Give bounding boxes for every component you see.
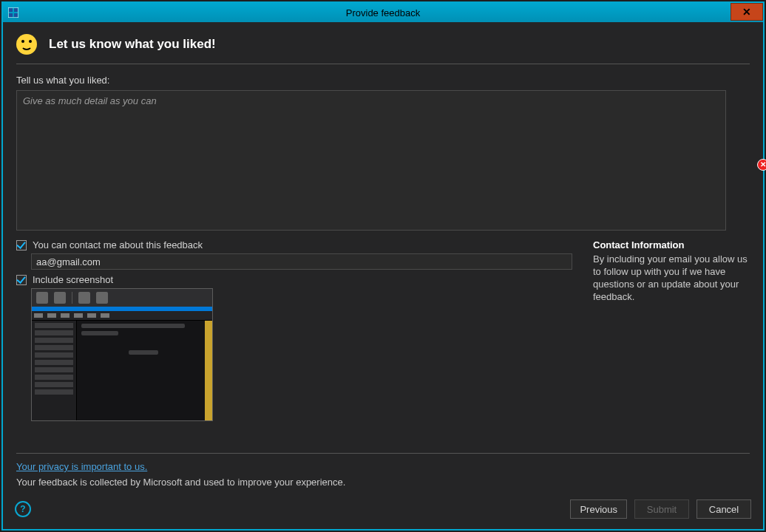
include-screenshot-label: Include screenshot	[33, 274, 113, 285]
previous-button[interactable]: Previous	[570, 499, 627, 519]
feedback-label: Tell us what you liked:	[16, 75, 750, 86]
feedback-textarea[interactable]	[16, 90, 726, 231]
dialog-header: Let us know what you liked!	[3, 22, 763, 64]
validation-error-icon: ✕	[757, 159, 766, 171]
dialog-body: Tell us what you liked: ✕ You can contac…	[3, 64, 763, 446]
contact-info-title: Contact Information	[593, 239, 750, 250]
contact-me-checkbox[interactable]	[16, 240, 27, 250]
window-title: Provide feedback	[3, 7, 763, 18]
feedback-dialog: Provide feedback ✕ Let us know what you …	[1, 1, 765, 531]
include-screenshot-checkbox[interactable]	[16, 275, 27, 285]
dialog-footer: ? Previous Submit Cancel	[3, 492, 763, 529]
screenshot-thumbnail[interactable]	[31, 288, 213, 421]
submit-button[interactable]: Submit	[634, 499, 689, 519]
privacy-section: Your privacy is important to us. Your fe…	[3, 454, 763, 492]
close-icon: ✕	[742, 6, 751, 18]
dialog-heading: Let us know what you liked!	[49, 37, 216, 52]
close-button[interactable]: ✕	[731, 3, 763, 21]
contact-info-body: By including your email you allow us to …	[593, 253, 750, 304]
contact-info-panel: Contact Information By including your em…	[593, 239, 750, 421]
dialog-client: Let us know what you liked! Tell us what…	[3, 22, 763, 529]
cancel-button[interactable]: Cancel	[696, 499, 751, 519]
help-icon[interactable]: ?	[15, 501, 31, 517]
privacy-subtext: Your feedback is collected by Microsoft …	[16, 477, 750, 488]
contact-me-label: You can contact me about this feedback	[33, 239, 203, 250]
email-field[interactable]	[31, 253, 572, 270]
smile-icon	[16, 34, 37, 55]
privacy-link[interactable]: Your privacy is important to us.	[16, 461, 147, 472]
title-bar: Provide feedback ✕	[3, 3, 763, 22]
